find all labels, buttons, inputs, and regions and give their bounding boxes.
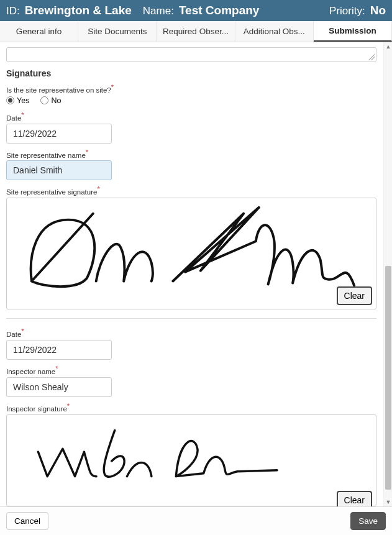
tab-site-documents[interactable]: Site Documents [78,21,157,42]
header-id-value: Brewington & Lake [25,4,132,17]
rep-name-label: Site representative name* [6,149,376,159]
inspector-sig-label: Inspector signature* [6,402,376,413]
scroll-thumb[interactable] [385,266,391,490]
rep-onsite-radio-group: Yes No [6,96,376,105]
tab-submission[interactable]: Submission [314,21,392,42]
date2-input[interactable]: 11/29/2022 [6,340,112,360]
scroll-up-arrow-icon[interactable]: ▲ [384,42,392,51]
scroll-down-arrow-icon[interactable]: ▼ [384,498,392,506]
date1-input[interactable]: 11/29/2022 [6,124,112,144]
signatures-title: Signatures [6,68,376,78]
rep-name-value: Daniel Smith [13,165,62,175]
header-priority-value: No [370,4,386,17]
rep-sig-label: Site representative signature* [6,185,376,196]
footer-bar: Cancel Save [0,506,392,535]
cancel-button[interactable]: Cancel [6,512,48,530]
header-id: ID: Brewington & Lake [6,4,132,17]
tab-general-info[interactable]: General info [0,21,78,42]
date2-value: 11/29/2022 [13,345,57,355]
date2-label: Date* [6,327,376,338]
radio-yes-dot [6,96,14,104]
required-mark: * [111,83,114,91]
date1-label: Date* [6,111,376,122]
content-scroll-area: Signatures Is the site representative on… [0,42,392,506]
header-name-value: Test Company [179,4,260,17]
rep-onsite-label: Is the site representative on site?* [6,83,376,94]
inspector-signature-stroke [7,415,376,506]
radio-no-dot [40,96,48,104]
header-name: Name: Test Company [143,4,260,17]
inspector-signature-clear-button[interactable]: Clear [337,491,372,506]
notes-textarea[interactable] [6,47,376,62]
radio-no[interactable]: No [40,96,61,105]
header-priority-label: Priority: [329,5,365,17]
inspector-name-label: Inspector name* [6,365,376,375]
rep-signature-pad[interactable]: Clear [6,198,376,309]
tab-bar: General info Site Documents Required Obs… [0,21,392,42]
rep-onsite-text: Is the site representative on site? [6,86,111,94]
inspector-name-input[interactable]: Wilson Shealy [6,377,112,397]
inspector-name-value: Wilson Shealy [13,382,68,392]
rep-name-input[interactable]: Daniel Smith [6,160,112,180]
radio-yes-label: Yes [17,96,29,105]
inspector-signature-pad[interactable]: Clear [6,414,376,506]
date1-value: 11/29/2022 [13,129,57,139]
content: Signatures Is the site representative on… [0,42,383,506]
radio-yes[interactable]: Yes [6,96,29,105]
scrollbar[interactable]: ▲ ▼ [383,42,392,506]
header-priority: Priority: No [329,4,386,17]
save-button[interactable]: Save [350,512,386,530]
tab-additional-observations[interactable]: Additional Obs... [235,21,314,42]
rep-signature-clear-button[interactable]: Clear [337,286,372,305]
radio-no-label: No [51,96,61,105]
header-name-label: Name: [143,5,174,17]
divider [6,318,376,319]
header-id-label: ID: [6,5,20,17]
header-bar: ID: Brewington & Lake Name: Test Company… [0,0,392,21]
rep-signature-stroke [7,198,376,309]
tab-required-observations[interactable]: Required Obser... [157,21,235,42]
